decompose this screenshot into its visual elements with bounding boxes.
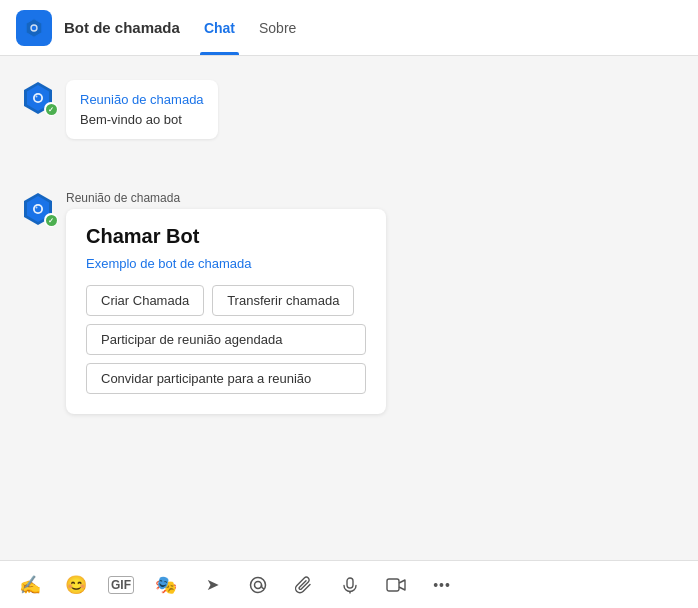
svg-rect-12 (387, 579, 399, 591)
nav-tabs: Chat Sobre (200, 0, 316, 55)
card-title: Chamar Bot (86, 225, 366, 248)
message-body: Bem-vindo ao bot (80, 112, 182, 127)
send-icon[interactable]: ➤ (198, 571, 226, 599)
action-card: Chamar Bot Exemplo de bot de chamada Cri… (66, 209, 386, 414)
attach-icon[interactable] (290, 571, 318, 599)
sticker-icon[interactable]: 🎭 (152, 571, 180, 599)
mention-icon[interactable] (244, 571, 272, 599)
tab-sobre[interactable]: Sobre (255, 0, 300, 55)
sender-name: Reunião de chamada (66, 191, 386, 205)
btn-transferir-chamada[interactable]: Transferir chamada (212, 285, 354, 316)
gif-icon[interactable]: GIF (108, 576, 134, 594)
audio-icon[interactable] (336, 571, 364, 599)
svg-point-8 (255, 581, 262, 588)
emoji-icon[interactable]: 😊 (62, 571, 90, 599)
format-icon[interactable]: ✍️ (16, 571, 44, 599)
svg-point-7 (36, 207, 38, 209)
svg-point-3 (35, 95, 41, 101)
card-subtitle: Exemplo de bot de chamada (86, 256, 366, 271)
online-badge (44, 102, 58, 116)
tab-chat[interactable]: Chat (200, 0, 239, 55)
app-header: Bot de chamada Chat Sobre (0, 0, 698, 56)
svg-point-1 (32, 25, 37, 30)
bot-avatar (20, 80, 56, 116)
card-buttons-row-1: Criar Chamada Transferir chamada (86, 285, 366, 316)
app-logo (16, 10, 52, 46)
message-toolbar: ✍️ 😊 GIF 🎭 ➤ ••• (0, 560, 698, 608)
card-buttons: Criar Chamada Transferir chamada Partici… (86, 285, 366, 394)
simple-message-bubble: Reunião de chamada Bem-vindo ao bot (66, 80, 218, 139)
bot-avatar-2 (20, 191, 56, 227)
svg-rect-10 (347, 578, 353, 588)
more-options-icon[interactable]: ••• (428, 571, 456, 599)
card-container: Reunião de chamada Chamar Bot Exemplo de… (66, 191, 386, 414)
video-icon[interactable] (382, 571, 410, 599)
chat-area: Reunião de chamada Bem-vindo ao bot Reun… (0, 56, 698, 560)
card-message-row: Reunião de chamada Chamar Bot Exemplo de… (0, 187, 698, 418)
online-badge-2 (44, 213, 58, 227)
btn-criar-chamada[interactable]: Criar Chamada (86, 285, 204, 316)
message-title-link[interactable]: Reunião de chamada (80, 90, 204, 110)
message-row: Reunião de chamada Bem-vindo ao bot (0, 72, 698, 147)
btn-convidar-participante[interactable]: Convidar participante para a reunião (86, 363, 366, 394)
app-title: Bot de chamada (64, 19, 180, 36)
btn-participar-reuniao[interactable]: Participar de reunião agendada (86, 324, 366, 355)
svg-point-9 (251, 577, 266, 592)
svg-point-4 (36, 96, 38, 98)
svg-point-6 (35, 206, 41, 212)
